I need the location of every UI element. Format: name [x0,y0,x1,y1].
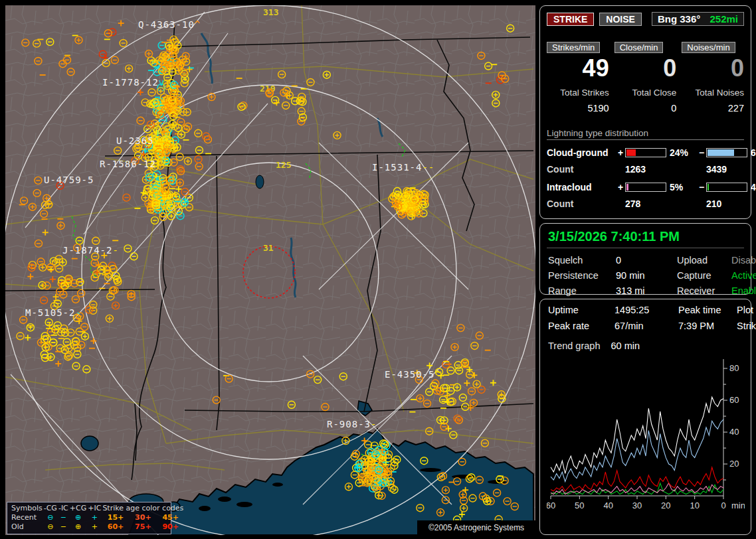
storm-cell-label: I-1778-12v [102,77,165,88]
legend-age-header: Strike age color codes [102,504,184,513]
status-label: Uptime [548,305,614,315]
trend-graph-label: Trend graph [548,341,600,351]
storm-cell-label: Q-4363-10^ [138,19,201,30]
x-tick-label: 10 [690,501,699,510]
legend-symbols-header: Symbols [11,504,43,513]
x-tick-label: 30 [632,501,642,510]
trend-graph-value: 60 min [611,341,640,351]
rate-chip: Close/min [614,42,664,53]
storm-cell-label: M-5105-2- [25,307,82,318]
legend-header-row: Symbols -CG-IC+CG+IC Strike age color co… [11,504,184,513]
x-tick-label: 40 [603,501,613,510]
settings-panel: 3/15/2026 7:40:11 PM Squelch0UploadDisab… [539,223,751,295]
ring-distance-label: 313 [263,7,278,17]
trend-series-cg-rate [551,467,723,491]
total-value: 0 [614,103,677,114]
trend-series-ic-rate [551,483,723,495]
negative-count: 3439 [706,164,756,175]
total-label: Total Noises [682,88,744,98]
setting-label: Persistence [548,270,616,281]
noise-mode-button[interactable]: NOISE [599,13,642,26]
cg-neg-symbol-icon: ⊖ [43,513,58,522]
negative-count: 210 [706,198,756,209]
x-axis-unit: min [731,501,745,510]
positive-percent: 24% [666,147,697,158]
count-label: Count [547,198,616,209]
positive-percent: 5% [666,182,697,193]
distribution-rows: Cloud-ground+24%−66%Count12633439Intracl… [547,147,744,209]
status-value: Strike [737,321,756,331]
rate-value: 0 [682,53,744,81]
bearing-readout: Bng 336° 252mi [652,12,744,26]
setting-label: Squelch [548,255,616,266]
rate-chip: Noises/min [682,42,735,53]
symbol-legend: Symbols -CG-IC+CG+IC Strike age color co… [7,502,171,534]
copyright-bar: ©2005 Astrogenic Systems [417,520,535,535]
x-tick-label: 60 [547,501,555,510]
ring-distance-label: 31 [263,243,274,253]
rate-chip: Strikes/min [547,42,600,53]
status-grid: Uptime1495:25Peak timePlotPeak rate67/mi… [547,305,744,331]
minus-sign: − [697,147,706,158]
app-window: , 31321912531 [0,0,756,539]
positive-bar [625,148,666,157]
minus-sign: − [697,182,706,193]
negative-bar [706,183,747,192]
distribution-count-row: Count12633439 [547,164,744,175]
map-container: , 31321912531 [5,5,535,535]
cg-pos-symbol-icon: ⊕ [69,522,87,532]
positive-count: 278 [625,198,697,209]
distribution-count-row: Count278210 [547,198,744,209]
status-label: Peak rate [548,321,614,331]
positive-count: 1263 [625,164,697,175]
setting-value: 313 mi [616,285,677,296]
setting-value: Active [731,270,756,281]
trend-graph-chart: 204060806050403020100min [547,354,745,525]
rate-counter: Strikes/min49Total Strikes5190 [547,42,609,114]
datetime-display: 3/15/2026 7:40:11 PM [547,226,744,248]
ic-pos-symbol-icon: + [87,513,102,522]
ic-neg-symbol-icon: − [58,513,69,522]
storm-cell-label: E-4350-5^ [385,369,441,380]
positive-bar [625,183,666,192]
negative-percent: 66% [747,147,756,158]
setting-label: Receiver [677,285,731,296]
x-tick-label: 50 [575,501,584,510]
cg-pos-symbol-icon: ⊕ [69,513,87,522]
lightning-map[interactable]: , 31321912531 [5,5,535,535]
storm-cell-label: R-908-3- [327,419,377,429]
age-code: 75+ [130,522,157,532]
setting-value: 0 [616,255,677,266]
legend-col-header: +CG [69,504,87,513]
age-code: 15+ [102,513,129,522]
rate-value: 49 [547,53,609,81]
status-value: 67/min [614,321,678,331]
legend-table: Symbols -CG-IC+CG+IC Strike age color co… [11,504,184,532]
receiver-settings: Squelch0UploadDisabledPersistence90 minC… [547,255,744,296]
y-tick-label: 20 [729,459,739,469]
legend-col-header: -IC [58,504,69,513]
rate-counters: Strikes/min49Total Strikes5190Close/min0… [547,42,744,114]
storm-cell-label: J-1874-2- [62,245,119,256]
storm-cell-label: I-1531-4-- [372,162,434,173]
distribution-type: Cloud-ground [547,147,616,158]
bearing-label: Bng 336° [658,13,700,25]
total-value: 227 [682,103,744,114]
legend-col-header: +IC [87,504,102,513]
setting-value: Enabled [731,285,756,296]
y-tick-label: 40 [729,427,739,437]
bearing-range: 252mi [709,13,738,25]
strike-mode-button[interactable]: STRIKE [547,13,594,26]
plus-sign: + [616,147,625,158]
status-value: 1495:25 [614,305,678,315]
age-code: 30+ [130,513,157,522]
negative-percent: 4% [747,182,756,193]
rate-counter: Close/min0Total Close0 [614,42,677,114]
legend-col-header: -CG [43,504,58,513]
trend-series-total-strike-rate [551,397,723,473]
distribution-row: Intracloud+5%−4% [547,182,744,193]
y-tick-label: 80 [729,363,739,373]
plus-sign: + [616,182,625,193]
setting-value: Disabled [731,255,756,266]
total-value: 5190 [547,103,609,114]
